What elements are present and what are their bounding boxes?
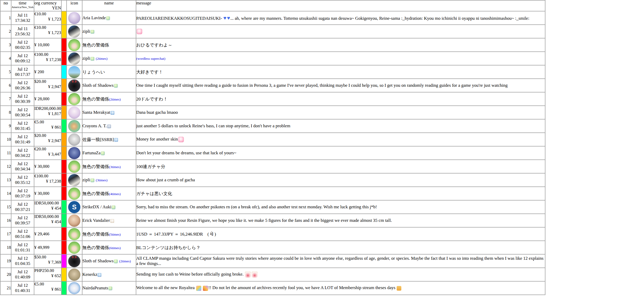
avatar-overlay-text: S xyxy=(68,201,80,213)
user-avatar xyxy=(68,188,80,200)
timestamp: Jul 1200:02:35 xyxy=(11,38,34,52)
username: FartunaZa xyxy=(82,146,136,160)
row-number: 14 xyxy=(0,187,11,200)
superchat-row: 20 Jul 1201:40:09 PHP250.00¥ 652 Kenerkz… xyxy=(0,268,545,281)
superchat-row: 19 Jul 1201:04:35 $50.00¥ 7,369 9.9 Slot… xyxy=(0,254,545,268)
times-link[interactable]: (4times) xyxy=(109,192,121,196)
message: One time I caught myself sitting there r… xyxy=(136,79,545,92)
row-number: 3 xyxy=(0,38,11,52)
superchat-table: no time America/New_York org currency YE… xyxy=(0,0,545,295)
timestamp: Jul 1201:01:31 xyxy=(11,241,34,254)
tier-color-bar xyxy=(61,160,67,173)
message: 20ドルですわ！ xyxy=(136,92,545,106)
user-avatar xyxy=(68,174,80,186)
timestamp: Jul 1117:34:32 xyxy=(11,11,34,25)
times-link[interactable]: (3times) xyxy=(96,178,107,182)
row-number: 18 xyxy=(0,241,11,254)
row-number: 4 xyxy=(0,52,11,65)
timestamp: Jul 1200:51:06 xyxy=(11,227,34,241)
superchat-row: 8 Jul 1200:30:54 IDR200,000.00¥ 1,817 Sa… xyxy=(0,106,545,119)
user-avatar xyxy=(68,120,80,132)
timestamp: Jul 1200:30:39 xyxy=(11,92,34,106)
user-avatar xyxy=(68,215,80,227)
user-avatar: S xyxy=(68,201,80,213)
message: 大好きです！ xyxy=(136,65,545,79)
timestamp: Jul 1200:39:57 xyxy=(11,214,34,227)
avatar-cell: 9.9 xyxy=(67,79,82,92)
username: zipli (3times) xyxy=(82,173,136,187)
amount-cell: IDR200,000.00¥ 1,817 xyxy=(34,106,61,119)
blue-heart-icon: ♥ xyxy=(227,15,230,21)
column-header-tier-color xyxy=(61,0,67,11)
username: StrikeDX / Auki xyxy=(82,200,136,214)
amount-cell: ¥ 28,000 xyxy=(34,92,61,106)
user-avatar xyxy=(68,134,80,146)
tier-color-bar xyxy=(61,65,67,79)
tier-color-bar xyxy=(61,268,67,281)
row-number: 7 xyxy=(0,92,11,106)
timestamp: Jul 1200:31:49 xyxy=(11,133,34,146)
times-link[interactable]: (2times) xyxy=(96,57,107,61)
times-link[interactable]: (5times) xyxy=(109,232,121,236)
username: Aria Lavinde xyxy=(82,11,136,25)
message: Money for another skin xyxy=(136,133,545,146)
username: 無色の警備係(6times) xyxy=(82,241,136,254)
avatar-overlay-text: 9.9 xyxy=(68,79,80,92)
superchat-row: 9 Jul 1200:31:45 €5.00¥ 861 Crayons A. T… xyxy=(0,119,545,133)
row-number: 19 xyxy=(0,254,11,268)
username: 無色の警備係(4times) xyxy=(82,187,136,200)
avatar-overlay-text: 9.9 xyxy=(68,255,80,267)
message: 1USD ＝ 147.33JPY ＝ 16,246.9IDR ( ᐛ ) xyxy=(136,227,545,241)
times-link[interactable]: (wordless superchat) xyxy=(136,57,165,61)
user-avatar xyxy=(68,147,80,159)
column-header-message: message xyxy=(136,0,545,11)
username: Crayons A. T. xyxy=(82,119,136,133)
message: Welcome to all the new Royaltea !! Do no… xyxy=(136,281,545,295)
amount-cell: €10.00¥ 1,723 xyxy=(34,11,61,25)
avatar-cell xyxy=(67,146,82,160)
message xyxy=(136,25,545,38)
badge-reine-icon xyxy=(112,205,115,209)
message: Don't let your dreams be dreams, use tha… xyxy=(136,146,545,160)
superchat-row: 13 Jul 1200:35:12 €100.00¥ 17,238 zipli … xyxy=(0,173,545,187)
avatar-cell xyxy=(67,268,82,281)
times-link[interactable]: (2times) xyxy=(109,97,121,101)
username: 無色の警備係(5times) xyxy=(82,227,136,241)
blue-heart-icon: ♥ xyxy=(223,15,227,21)
tier-color-bar xyxy=(61,187,67,200)
amount-cell: $20.00¥ 2,947 xyxy=(34,79,61,92)
badge-reine-icon xyxy=(114,84,118,88)
tier-color-bar xyxy=(61,146,67,160)
superchat-row: 15 Jul 1200:37:21 IDR50,000.00¥ 454 S St… xyxy=(0,200,545,214)
tier-color-bar xyxy=(61,106,67,119)
row-number: 20 xyxy=(0,268,11,281)
confetti-ball-icon xyxy=(196,286,201,291)
message: PAREOLIAREINEKAKKOSUGITEDAISUKI- ♥♥... a… xyxy=(136,11,545,25)
times-link[interactable]: (3times) xyxy=(109,165,121,169)
amount-cell: $20.00¥ 2,947 xyxy=(34,133,61,146)
times-link[interactable]: (6times) xyxy=(109,246,121,250)
timestamp: Jul 1200:37:21 xyxy=(11,200,34,214)
row-number: 1 xyxy=(0,11,11,25)
badge-cup-icon xyxy=(110,219,114,223)
username: 佐藤一狼[SSRB] xyxy=(82,133,136,146)
amount-cell: ¥ 49,999 xyxy=(34,241,61,254)
amount-cell: €10.00¥ 1,723 xyxy=(34,25,61,38)
superchat-row: 1 Jul 1117:34:32 €10.00¥ 1,723 Aria Lavi… xyxy=(0,11,545,25)
amount-cell: IDR50,000.00¥ 454 xyxy=(34,214,61,227)
user-avatar xyxy=(68,12,80,24)
time-header-label: time xyxy=(19,1,27,5)
badge-teacup-icon xyxy=(98,273,101,277)
avatar-cell xyxy=(67,227,82,241)
avatar-cell xyxy=(67,92,82,106)
timestamp: Jul 1200:31:45 xyxy=(11,119,34,133)
timestamp: Jul 1200:37:19 xyxy=(11,187,34,200)
times-link[interactable]: (2times) xyxy=(119,259,131,263)
row-number: 11 xyxy=(0,146,11,160)
badge-teacup-icon xyxy=(114,138,118,142)
message: just another 5 dollars to unlock Reine's… xyxy=(136,119,545,133)
user-avatar xyxy=(68,93,80,105)
badge-teacup-icon xyxy=(111,111,114,115)
message: BLコンテンツはお持ちかしら？ xyxy=(136,241,545,254)
timestamp: Jul 1200:34:22 xyxy=(11,146,34,160)
